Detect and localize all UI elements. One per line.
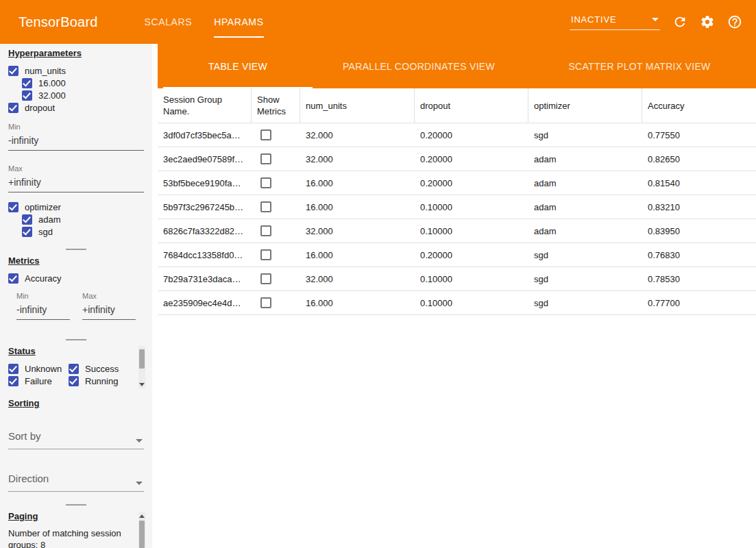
table-header: Session Group Name. Show Metrics num_uni… [158,88,756,123]
dropout-max-field: Max [8,164,144,192]
optimizer-sgd-label: sgd [38,227,53,237]
col-show-metrics: Show Metrics [252,88,300,123]
table-row[interactable]: 6826c7fa3322d82… 32.000 0.10000 adam 0.8… [158,219,756,243]
num-units-checkbox[interactable] [8,66,19,76]
cell-accuracy: 0.77550 [642,123,756,147]
show-metrics-checkbox[interactable] [260,225,271,236]
cell-optimizer: sgd [528,243,642,266]
optimizer-label: optimizer [25,202,61,212]
refresh-icon[interactable] [672,14,687,29]
table-row[interactable]: ae235909ec4e4d… 16.000 0.10000 sgd 0.777… [158,291,756,315]
tab-scalars[interactable]: SCALARS [134,0,204,44]
col-num-units: num_units [300,88,415,123]
status-options: Unknown Success Failure Running [8,362,144,387]
accuracy-label: Accuracy [25,273,61,284]
status-title: Status [8,346,144,356]
cell-optimizer: sgd [528,291,642,314]
table-row[interactable]: 3ec2aed9e07589f… 32.000 0.20000 adam 0.8… [158,147,756,171]
scroll-up-icon[interactable] [139,514,145,518]
status-success-label: Success [85,364,119,374]
scrollbar-thumb[interactable] [139,349,145,369]
status-scrollbar[interactable] [138,346,145,388]
table-row[interactable]: 7b29a731e3daca… 32.000 0.10000 sgd 0.785… [158,267,756,291]
status-unknown-checkbox[interactable] [8,364,19,374]
help-icon[interactable] [727,14,742,29]
paging-title: Paging [8,511,144,521]
sort-by-select[interactable]: Sort by [8,430,144,449]
optimizer-checkbox[interactable] [8,202,19,212]
show-metrics-checkbox[interactable] [260,273,271,284]
show-metrics-checkbox[interactable] [260,177,271,188]
cell-accuracy: 0.78530 [642,267,756,290]
cell-optimizer: adam [528,171,642,195]
show-metrics-checkbox[interactable] [260,129,271,140]
accuracy-checkbox[interactable] [8,273,19,284]
cell-optimizer: adam [528,147,642,171]
cell-accuracy: 0.76830 [642,243,756,266]
cell-optimizer: sgd [528,267,642,290]
cell-dropout: 0.20000 [415,147,528,171]
table-row[interactable]: 3df0d7cf35bec5a… 32.000 0.20000 sgd 0.77… [158,123,756,147]
run-status-value: INACTIVE [571,14,616,25]
chevron-down-icon [136,439,143,443]
dropout-max-input[interactable] [8,173,144,192]
status-failure-checkbox[interactable] [8,376,19,386]
status-failure-row: Failure [8,375,69,387]
table-row[interactable]: 5b97f3c2967245b… 16.000 0.10000 adam 0.8… [158,195,756,219]
cell-accuracy: 0.83950 [642,219,756,242]
table-row[interactable]: 53bf5bece9190fa… 16.000 0.20000 adam 0.8… [158,171,756,195]
hparam-dropout-row: dropout [8,101,144,114]
tab-parallel-coordinates-view[interactable]: PARALLEL COORDINATES VIEW [313,44,525,88]
cell-num-units: 32.000 [300,219,415,242]
optimizer-option-row: adam [22,213,144,225]
scrollbar-thumb[interactable] [139,521,145,548]
status-unknown-label: Unknown [25,364,62,374]
cell-dropout: 0.10000 [415,195,528,219]
tab-scatter-plot-matrix-view[interactable]: SCATTER PLOT MATRIX VIEW [525,44,754,88]
show-metrics-checkbox[interactable] [260,201,271,212]
dropout-min-input[interactable] [8,132,144,151]
num-units-32-checkbox[interactable] [22,90,32,101]
direction-select[interactable]: Direction [8,473,144,492]
toolbar-right: INACTIVE [570,14,742,30]
show-metrics-checkbox[interactable] [260,297,271,308]
cell-dropout: 0.20000 [415,243,528,266]
show-metrics-checkbox[interactable] [260,249,271,260]
status-success-checkbox[interactable] [69,364,79,374]
metric-accuracy-row: Accuracy [8,272,144,284]
num-units-16-checkbox[interactable] [22,78,32,88]
status-section: Status Unknown Success Failure Running [8,346,144,387]
chevron-down-icon [136,482,143,485]
metric-min-field: Min [16,292,70,320]
cell-show-metrics [252,147,300,171]
status-running-checkbox[interactable] [69,376,79,386]
cell-num-units: 16.000 [300,243,415,266]
optimizer-adam-checkbox[interactable] [22,214,32,225]
tab-table-view[interactable]: TABLE VIEW [163,44,313,88]
cell-session-name: 3ec2aed9e07589f… [158,147,252,171]
col-session-group-name: Session Group Name. [158,88,252,123]
tab-hparams[interactable]: HPARAMS [203,0,274,44]
cell-optimizer: adam [528,195,642,219]
main-pane: TABLE VIEW PARALLEL COORDINATES VIEW SCA… [158,44,756,548]
resize-handle[interactable] [66,339,86,340]
resize-handle[interactable] [66,249,86,250]
show-metrics-checkbox[interactable] [260,153,271,164]
sidebar: Hyperparameters num_units 16.000 32.000 … [0,44,152,548]
cell-session-name: 7684dcc13358fd0… [158,243,252,266]
scroll-down-icon[interactable] [139,383,145,386]
metric-min-input[interactable] [16,301,70,320]
cell-session-name: 6826c7fa3322d82… [158,219,252,242]
paging-scrollbar[interactable] [138,512,145,548]
run-status-select[interactable]: INACTIVE [570,14,660,30]
dropout-min-label: Min [8,123,144,132]
table-row[interactable]: 7684dcc13358fd0… 16.000 0.20000 sgd 0.76… [158,243,756,267]
cell-dropout: 0.10000 [415,219,528,242]
num-units-option-row: 32.000 [22,89,144,101]
optimizer-sgd-checkbox[interactable] [22,227,32,237]
metric-max-input[interactable] [82,301,136,320]
hyperparameters-section: Hyperparameters num_units 16.000 32.000 … [8,48,144,238]
resize-handle[interactable] [66,504,86,506]
gear-icon[interactable] [700,14,715,29]
dropout-checkbox[interactable] [8,103,19,113]
